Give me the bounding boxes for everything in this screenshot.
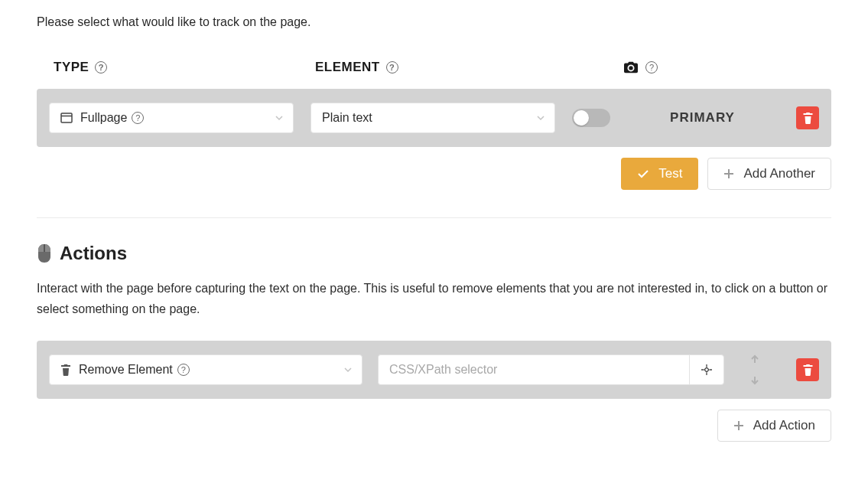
column-type-header: TYPE ?	[54, 60, 315, 75]
tracking-buttons-row: Test Add Another	[37, 158, 831, 190]
column-screenshot-header: ?	[623, 60, 769, 74]
tracking-intro: Please select what would like to track o…	[37, 15, 831, 29]
add-another-button-label: Add Another	[743, 166, 815, 181]
mouse-icon	[37, 243, 52, 263]
plus-icon	[733, 420, 744, 431]
screenshot-toggle[interactable]	[572, 109, 610, 127]
add-another-button[interactable]: Add Another	[707, 158, 831, 190]
selector-input[interactable]	[378, 354, 689, 385]
add-action-button[interactable]: Add Action	[717, 410, 831, 442]
actions-heading: Actions	[37, 243, 831, 264]
help-icon[interactable]: ?	[95, 61, 107, 73]
section-divider	[37, 217, 831, 218]
delete-action-button[interactable]	[796, 358, 819, 381]
test-button[interactable]: Test	[621, 158, 698, 190]
help-icon[interactable]: ?	[386, 61, 398, 73]
window-icon	[60, 113, 73, 123]
tracking-row: Fullpage ? Plain text PRIMARY	[37, 89, 831, 147]
actions-description: Interact with the page before capturing …	[37, 278, 831, 319]
test-button-label: Test	[658, 166, 682, 181]
reorder-handles	[740, 354, 770, 385]
chevron-down-icon	[275, 115, 284, 121]
column-element-label: ELEMENT	[315, 60, 380, 75]
actions-heading-text: Actions	[60, 243, 127, 264]
chevron-down-icon	[343, 367, 353, 373]
check-icon	[637, 169, 649, 178]
plus-icon	[723, 168, 734, 179]
element-select-value: Plain text	[322, 111, 372, 125]
add-action-button-label: Add Action	[753, 418, 815, 433]
arrow-down-icon[interactable]	[749, 376, 760, 385]
selector-picker-button[interactable]	[689, 354, 724, 385]
action-type-value: Remove Element	[79, 363, 173, 377]
chevron-down-icon	[536, 115, 545, 121]
element-select[interactable]: Plain text	[310, 103, 555, 133]
type-select-value: Fullpage	[80, 111, 127, 125]
column-element-header: ELEMENT ?	[315, 60, 577, 75]
trash-icon	[802, 364, 814, 376]
delete-row-button[interactable]	[796, 106, 819, 129]
arrow-up-icon[interactable]	[749, 354, 760, 364]
help-icon[interactable]: ?	[177, 364, 190, 376]
actions-buttons-row: Add Action	[37, 410, 831, 442]
toggle-knob	[574, 110, 589, 126]
selector-input-group	[378, 354, 724, 385]
action-row: Remove Element ?	[37, 341, 831, 399]
svg-rect-0	[61, 113, 72, 122]
primary-badge: PRIMARY	[636, 110, 769, 126]
column-type-label: TYPE	[54, 60, 89, 75]
camera-icon	[623, 60, 639, 74]
trash-icon	[60, 364, 71, 376]
help-icon[interactable]: ?	[645, 61, 658, 73]
svg-rect-2	[44, 244, 45, 252]
trash-icon	[802, 112, 814, 124]
crosshair-icon	[701, 364, 713, 376]
tracking-column-headers: TYPE ? ELEMENT ? ?	[37, 60, 831, 89]
action-type-select[interactable]: Remove Element ?	[49, 354, 362, 385]
help-icon[interactable]: ?	[132, 112, 144, 124]
type-select[interactable]: Fullpage ?	[49, 103, 294, 133]
